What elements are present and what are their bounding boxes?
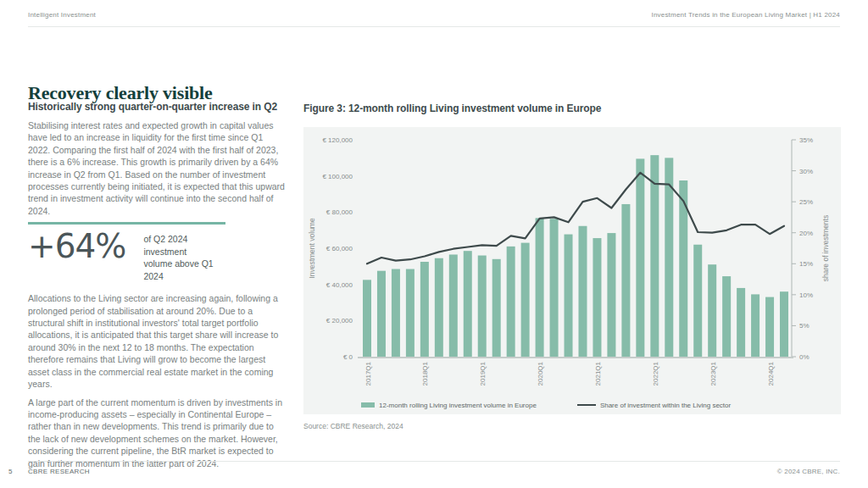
- paragraph-3: A large part of the current momentum is …: [28, 396, 287, 469]
- report-page: Intelligent Investment Investment Trends…: [0, 0, 868, 488]
- bar-2020Q2: [550, 219, 559, 357]
- figure-title: Figure 3: 12-month rolling Living invest…: [303, 103, 841, 114]
- header-divider: [28, 26, 840, 27]
- svg-text:2023Q1: 2023Q1: [709, 361, 717, 385]
- svg-text:10%: 10%: [799, 291, 813, 299]
- left-axis-title: Investment volume: [308, 218, 316, 279]
- bar-2023Q1: [708, 264, 716, 357]
- bar-2020Q3: [565, 235, 573, 357]
- bar-2020Q1: [536, 218, 544, 357]
- bar-2018Q3: [449, 254, 458, 357]
- bar-2023Q2: [722, 276, 731, 357]
- legend-volume-label: 12-month rolling Living investment volum…: [379, 402, 537, 409]
- bar-2019Q3: [507, 247, 515, 357]
- bar-2024Q1: [765, 297, 774, 357]
- x-axis-labels: 2017Q12018Q12019Q12020Q12021Q12022Q12023…: [364, 361, 775, 385]
- bar-2024Q2: [780, 291, 788, 357]
- stat-caption: of Q2 2024 investment volume above Q1 20…: [143, 233, 225, 282]
- figure-column: Figure 3: 12-month rolling Living invest…: [303, 103, 841, 430]
- share-line: [367, 173, 784, 263]
- bar-2021Q4: [636, 158, 644, 357]
- svg-text:€ 100,000: € 100,000: [322, 173, 353, 180]
- bar-2019Q4: [521, 243, 530, 357]
- svg-text:2017Q1: 2017Q1: [364, 361, 372, 385]
- bar-2021Q2: [607, 233, 615, 357]
- bar-2021Q1: [593, 238, 601, 357]
- section-heading: Historically strong quarter-on-quarter i…: [28, 101, 301, 113]
- svg-text:2019Q1: 2019Q1: [479, 361, 487, 385]
- bar-2017Q3: [392, 269, 400, 357]
- legend-item-volume: 12-month rolling Living investment volum…: [361, 402, 537, 409]
- svg-text:€ 0: € 0: [343, 353, 353, 361]
- stat-callout: +64% of Q2 2024 investment volume above …: [28, 222, 225, 282]
- bar-2018Q2: [435, 258, 443, 357]
- bar-2022Q1: [650, 155, 659, 357]
- svg-text:€ 60,000: € 60,000: [326, 245, 353, 252]
- article-column: Historically strong quarter-on-quarter i…: [28, 101, 301, 475]
- bar-2017Q1: [363, 280, 371, 357]
- svg-text:20%: 20%: [799, 230, 813, 237]
- bar-2022Q4: [693, 245, 702, 357]
- legend-line-swatch: [577, 404, 596, 407]
- footer-left-label: CBRE RESEARCH: [28, 468, 90, 475]
- footer-divider: [28, 461, 840, 462]
- stat-caption-line-1: of Q2 2024 investment: [143, 233, 225, 258]
- chart-legend: 12-month rolling Living investment volum…: [303, 393, 841, 417]
- bar-2019Q2: [492, 259, 501, 357]
- legend-share-label: Share of investment within the Living se…: [600, 402, 731, 409]
- svg-text:30%: 30%: [799, 168, 813, 175]
- bar-2023Q3: [737, 288, 745, 357]
- stat-caption-line-2: volume above Q1 2024: [143, 258, 225, 282]
- svg-text:2021Q1: 2021Q1: [594, 361, 602, 385]
- bar-2017Q4: [406, 269, 415, 357]
- bar-2023Q4: [751, 294, 760, 357]
- living-investment-chart: € 0€ 20,000€ 40,000€ 60,000€ 80,000€ 100…: [303, 127, 841, 390]
- chart-panel: € 0€ 20,000€ 40,000€ 60,000€ 80,000€ 100…: [303, 127, 841, 414]
- legend-bar-swatch: [361, 402, 375, 408]
- svg-text:€ 120,000: € 120,000: [322, 136, 353, 144]
- legend-item-share: Share of investment within the Living se…: [577, 402, 731, 409]
- svg-text:€ 40,000: € 40,000: [326, 281, 353, 289]
- paragraph-1: Stabilising interest rates and expected …: [28, 119, 287, 217]
- right-axis: 0%5%10%15%20%25%30%35%: [792, 136, 813, 361]
- bar-2019Q1: [478, 256, 487, 357]
- svg-text:2022Q1: 2022Q1: [652, 361, 659, 385]
- svg-text:€ 80,000: € 80,000: [326, 208, 353, 216]
- svg-text:0%: 0%: [799, 353, 810, 361]
- source-note: Source: CBRE Research, 2024: [303, 422, 841, 430]
- bar-2021Q3: [621, 204, 630, 357]
- stat-value: +64%: [28, 230, 125, 282]
- svg-text:2020Q1: 2020Q1: [537, 361, 544, 385]
- bar-2018Q4: [464, 251, 472, 357]
- svg-text:25%: 25%: [799, 198, 813, 206]
- bar-2020Q4: [578, 226, 587, 357]
- header-right-label: Investment Trends in the European Living…: [652, 11, 841, 19]
- right-axis-title: share of investments: [821, 215, 830, 281]
- header-left-label: Intelligent Investment: [28, 11, 96, 19]
- left-axis-labels: € 0€ 20,000€ 40,000€ 60,000€ 80,000€ 100…: [322, 136, 353, 361]
- svg-text:35%: 35%: [799, 136, 813, 144]
- svg-text:15%: 15%: [799, 260, 813, 268]
- paragraph-2: Allocations to the Living sector are inc…: [28, 292, 287, 390]
- footer-copyright: © 2024 CBRE, INC.: [777, 468, 840, 475]
- page-number: 5: [8, 468, 12, 475]
- svg-text:5%: 5%: [799, 322, 810, 330]
- svg-text:2024Q1: 2024Q1: [767, 361, 775, 385]
- svg-text:2018Q1: 2018Q1: [421, 361, 429, 385]
- svg-text:€ 20,000: € 20,000: [326, 317, 353, 324]
- bar-2018Q1: [420, 262, 429, 357]
- bar-2017Q2: [377, 271, 386, 357]
